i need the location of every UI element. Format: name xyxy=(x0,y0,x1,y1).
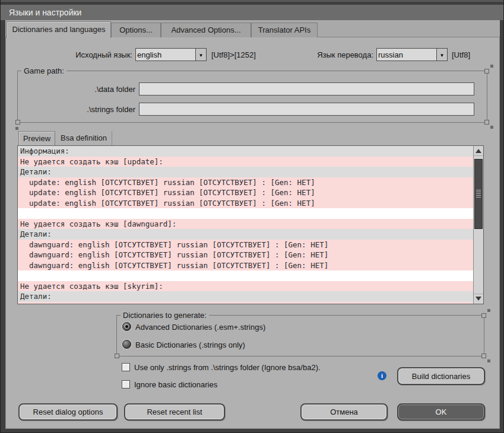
data-folder-label: .\data folder xyxy=(42,85,135,94)
group-corner-handle xyxy=(115,354,119,358)
target-language-combobox[interactable]: ▼ xyxy=(376,48,448,61)
tab-bsa-definition[interactable]: Bsa definition xyxy=(56,131,112,145)
preview-line: Информация: xyxy=(18,146,473,157)
reset-dialog-options-button[interactable]: Reset dialog options xyxy=(18,403,118,421)
preview-line xyxy=(18,208,473,219)
target-language-label: Язык перевода: xyxy=(271,50,373,59)
build-dictionaries-button[interactable]: Build dictionaries xyxy=(397,367,485,385)
dialog-body: Dictionaries and languages Options... Ad… xyxy=(5,20,500,429)
title-bar[interactable]: Языки и настройки xyxy=(1,5,503,20)
strings-folder-input[interactable] xyxy=(140,103,474,115)
preview-log: Информация:Не удается создать кэш [updat… xyxy=(18,146,473,304)
preview-line: Детали: xyxy=(18,229,473,240)
group-corner-dot xyxy=(490,126,493,129)
group-corner-handle xyxy=(15,120,20,125)
group-corner-dot xyxy=(487,359,490,362)
tab-translator-apis[interactable]: Translator APIs xyxy=(251,23,318,37)
dictionaries-to-generate-group: Dictionaries to generate: Advanced Dicti… xyxy=(116,315,484,356)
source-encoding-label: [Utf8]>[1252] xyxy=(211,50,256,59)
preview-line: update: english [ОТСУТСТВУЕТ] russian [О… xyxy=(18,187,473,198)
main-tab-strip: Dictionaries and languages Options... Ad… xyxy=(5,20,500,37)
preview-line xyxy=(18,270,473,281)
data-folder-field[interactable] xyxy=(139,82,474,95)
group-corner-dot xyxy=(15,127,18,130)
checkbox-use-only-strings-label[interactable]: Use only .strings from .\strings folder … xyxy=(134,363,321,372)
scrollbar-grip-icon xyxy=(476,190,481,198)
info-icon[interactable]: i xyxy=(378,371,386,380)
preview-line: dawnguard: english [ОТСУТСТВУЕТ] russian… xyxy=(18,260,473,271)
preview-line: update: english [ОТСУТСТВУЕТ] russian [О… xyxy=(18,198,473,209)
ok-button[interactable]: OK xyxy=(397,403,485,421)
preview-panel[interactable]: Информация:Не удается создать кэш [updat… xyxy=(17,145,484,304)
tab-preview[interactable]: Preview xyxy=(18,131,55,145)
strings-folder-field[interactable] xyxy=(139,103,474,116)
tab-options[interactable]: Options... xyxy=(111,23,161,37)
window-title: Языки и настройки xyxy=(9,5,81,20)
target-encoding-label: [Utf8] xyxy=(452,50,470,59)
preview-line: Детали: xyxy=(18,291,473,302)
preview-line: skyrim: english [ОТСУТСТВУЕТ] russian [О… xyxy=(18,302,473,304)
radio-basic-dictionaries-label[interactable]: Basic Dictionaries (.strings only) xyxy=(135,340,245,349)
dictionaries-group-title: Dictionaries to generate: xyxy=(121,311,209,320)
scroll-up-icon[interactable] xyxy=(474,146,483,156)
game-path-group: Game path: .\data folder .\strings folde… xyxy=(17,71,487,123)
group-corner-handle xyxy=(484,69,489,74)
source-language-combobox[interactable]: ▼ xyxy=(135,48,207,61)
source-language-label: Исходный язык: xyxy=(27,50,132,59)
source-language-dropdown-button[interactable]: ▼ xyxy=(195,49,206,61)
radio-advanced-dictionaries-label[interactable]: Advanced Dictionaries (.esm+.strings) xyxy=(135,323,265,332)
chevron-down-icon: ▼ xyxy=(199,53,204,58)
group-corner-handle xyxy=(481,354,486,358)
data-folder-input[interactable] xyxy=(140,83,474,95)
preview-line: Не удается создать кэш [skyrim]: xyxy=(18,281,473,292)
vertical-scrollbar[interactable] xyxy=(473,146,483,304)
preview-line: update: english [ОТСУТСТВУЕТ] russian [О… xyxy=(18,177,473,188)
settings-window: Языки и настройки Dictionaries and langu… xyxy=(0,0,504,433)
target-language-dropdown-button[interactable]: ▼ xyxy=(436,49,447,61)
game-path-group-title: Game path: xyxy=(21,66,66,75)
cancel-button[interactable]: Отмена xyxy=(300,403,388,421)
tab-dictionaries-and-languages[interactable]: Dictionaries and languages xyxy=(7,21,111,38)
checkbox-use-only-strings[interactable] xyxy=(122,363,130,371)
preview-line: dawnguard: english [ОТСУТСТВУЕТ] russian… xyxy=(18,240,473,250)
scroll-down-icon[interactable] xyxy=(474,294,483,304)
preview-line: Не удается создать кэш [update]: xyxy=(18,157,473,167)
group-corner-dot xyxy=(487,309,490,312)
radio-basic-dictionaries[interactable] xyxy=(122,340,131,349)
reset-recent-list-button[interactable]: Reset recent list xyxy=(124,403,225,421)
scrollbar-thumb[interactable] xyxy=(474,159,483,229)
target-language-input[interactable] xyxy=(378,49,435,60)
preview-line: Детали: xyxy=(18,167,473,177)
source-language-input[interactable] xyxy=(137,49,194,60)
chevron-down-icon: ▼ xyxy=(440,53,445,58)
group-corner-dot xyxy=(490,65,493,68)
radio-advanced-dictionaries[interactable] xyxy=(122,322,131,331)
preview-line: Не удается создать кэш [dawnguard]: xyxy=(18,219,473,230)
group-corner-handle xyxy=(481,313,486,318)
strings-folder-label: .\strings folder xyxy=(42,105,135,114)
group-corner-handle xyxy=(484,120,489,125)
tab-advanced-options[interactable]: Advanced Options... xyxy=(161,23,251,37)
checkbox-ignore-basic-dictionaries-label[interactable]: Ignore basic dictionaries xyxy=(134,380,217,389)
preview-line: dawnguard: english [ОТСУТСТВУЕТ] russian… xyxy=(18,250,473,260)
checkbox-ignore-basic-dictionaries[interactable] xyxy=(122,380,130,389)
